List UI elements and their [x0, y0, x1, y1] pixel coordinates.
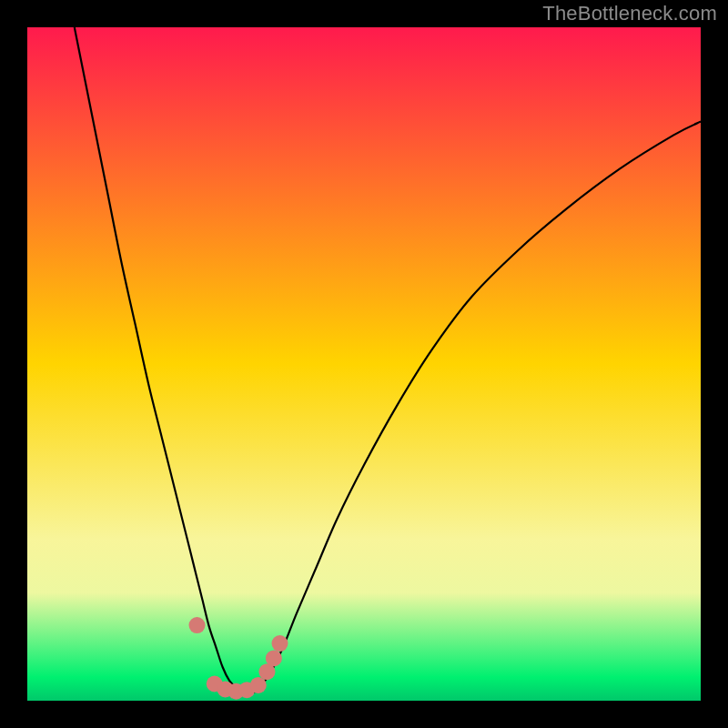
- watermark-text: TheBottleneck.com: [542, 2, 717, 25]
- gradient-background: [27, 27, 701, 701]
- chart-svg: [27, 27, 701, 701]
- highlight-dot: [188, 617, 205, 633]
- plot-area: [27, 27, 701, 701]
- highlight-dot: [250, 677, 267, 693]
- highlight-dot: [266, 650, 282, 666]
- highlight-dot: [272, 635, 288, 652]
- chart-frame: TheBottleneck.com: [0, 0, 728, 728]
